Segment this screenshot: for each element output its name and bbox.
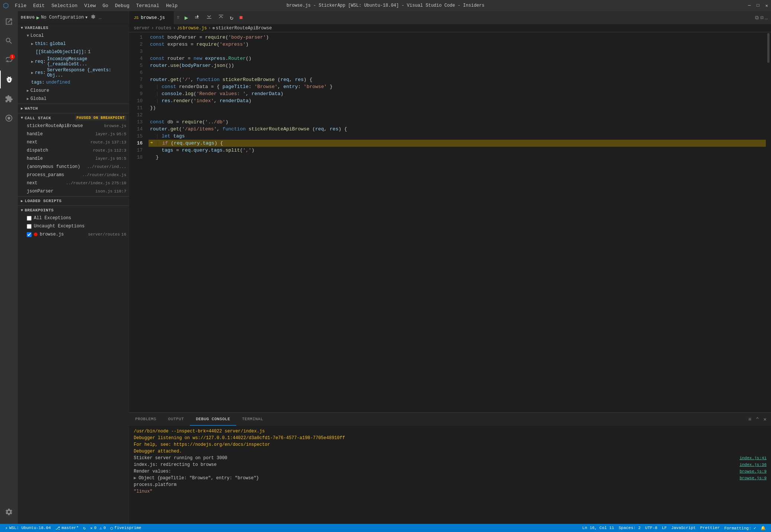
menu-selection[interactable]: Selection [48, 2, 80, 9]
menu-terminal[interactable]: Terminal [133, 2, 162, 9]
call-stack-item-6[interactable]: process_params ../router/index.js [18, 171, 129, 179]
status-language[interactable]: JavaScript [669, 526, 698, 530]
menu-edit[interactable]: Edit [30, 2, 48, 9]
call-stack-item-0[interactable]: stickerRouteApiBrowse browse.js [18, 122, 129, 130]
debug-continue-btn[interactable]: ▶ [182, 13, 191, 22]
menu-debug[interactable]: Debug [112, 2, 132, 9]
activity-debug[interactable] [0, 71, 18, 88]
call-stack-item-8[interactable]: jsonParser ison.js 110:7 [18, 187, 129, 195]
menu-view[interactable]: View [81, 2, 99, 9]
debug-stop-btn[interactable]: ■ [237, 14, 245, 22]
debug-gear-icon[interactable] [91, 14, 96, 21]
loaded-scripts-section: ▶ LOADED SCRIPTS [18, 197, 129, 205]
loaded-scripts-header[interactable]: ▶ LOADED SCRIPTS [18, 197, 129, 205]
menu-file[interactable]: File [12, 2, 29, 9]
maximize-button[interactable]: □ [757, 3, 759, 9]
activity-settings[interactable] [0, 503, 18, 521]
menu-go[interactable]: Go [100, 2, 111, 9]
activity-explorer[interactable] [0, 13, 18, 30]
minimize-button[interactable]: ─ [748, 3, 751, 9]
debug-drag-handle[interactable]: ⠿ [177, 16, 179, 20]
call-stack-item-2[interactable]: next route.js 137:13 [18, 138, 129, 146]
sidebar-scroll[interactable]: ▼ VARIABLES ▼ Local ▶ this : global [[St… [18, 24, 129, 524]
scroll-thumb[interactable] [767, 33, 770, 63]
tab-output[interactable]: OUTPUT [162, 413, 190, 426]
status-encoding[interactable]: UTF-8 [643, 526, 660, 530]
panel-list-btn[interactable]: ≡ [747, 416, 753, 423]
closure-label: Closure [30, 88, 49, 93]
bp-uncaught-checkbox[interactable] [27, 224, 32, 229]
debug-step-into-btn[interactable] [204, 13, 214, 22]
status-formatting[interactable]: Formatting: ✓ [722, 526, 758, 531]
bp-all-exceptions-checkbox[interactable] [27, 216, 32, 221]
close-button[interactable]: ✕ [765, 3, 768, 9]
more-actions-btn[interactable]: … [765, 15, 768, 21]
status-eol-label: LF [662, 526, 667, 530]
watch-header[interactable]: ▶ WATCH [18, 105, 129, 112]
console-source-5[interactable]: index.js:36 [739, 461, 767, 468]
breakpoints-header[interactable]: ▼ BREAKPOINTS [18, 207, 129, 214]
activity-git[interactable] [0, 109, 18, 127]
local-scope[interactable]: ▼ Local [18, 32, 129, 40]
debug-step-out-btn[interactable] [216, 13, 226, 22]
console-source-6[interactable]: browse.js:9 [739, 468, 767, 475]
activity-search[interactable] [0, 32, 18, 50]
tab-browse-js[interactable]: JS browse.js [129, 11, 174, 24]
call-stack-item-7[interactable]: next ../router/index.js 275:10 [18, 179, 129, 187]
call-stack-item-3[interactable]: dispatch route.js 112:3 [18, 146, 129, 155]
editor-scrollbar[interactable] [766, 32, 771, 412]
debug-config-selector[interactable]: No Configuration [41, 15, 84, 20]
breadcrumb-file[interactable]: browse.js [183, 26, 207, 31]
variables-header[interactable]: ▼ VARIABLES [18, 24, 129, 32]
var-tags[interactable]: tags : undefined [18, 78, 129, 87]
var-tags-name: tags [31, 80, 42, 85]
toggle-panel-btn[interactable]: ⊡ [760, 14, 763, 21]
console-source-4[interactable]: index.js:41 [739, 455, 767, 461]
breadcrumb-server[interactable]: server [134, 26, 150, 31]
loaded-scripts-label: LOADED SCRIPTS [25, 199, 62, 203]
status-wsl[interactable]: ⚡ WSL: Ubuntu-18.04 [3, 526, 53, 531]
var-res[interactable]: ▶ res : ServerResponse {_events: Obj... [18, 67, 129, 78]
activity-scm[interactable]: 1 [0, 51, 18, 69]
panel-collapse-btn[interactable]: ⌃ [754, 415, 760, 423]
status-ln[interactable]: Ln 16, Col 11 [580, 526, 617, 530]
tab-debug-console[interactable]: DEBUG CONSOLE [190, 413, 236, 426]
closure-scope[interactable]: ▶ Closure [18, 87, 129, 95]
console-line-7: ▶ Object {pageTitle: "Browse", entry: "b… [134, 475, 767, 481]
menu-help[interactable]: Help [163, 2, 180, 9]
call-stack-item-5[interactable]: (anonymous function) ../router/ind... [18, 163, 129, 171]
var-this[interactable]: ▶ this : global [18, 40, 129, 48]
call-stack-item-1[interactable]: handle layer.js 95:5 [18, 130, 129, 138]
debug-run-button[interactable]: ▶ [36, 14, 39, 21]
status-spaces[interactable]: Spaces: 2 [617, 526, 643, 530]
console-source-7[interactable]: browse.js:9 [739, 475, 767, 481]
status-sync[interactable]: ↻ [81, 526, 88, 531]
tab-problems[interactable]: PROBLEMS [129, 413, 162, 426]
code-content[interactable]: const bodyParser = require('body-parser'… [147, 32, 766, 412]
activity-extensions[interactable] [0, 90, 18, 108]
status-github[interactable]: ◯ fiveisprime [108, 526, 143, 531]
status-prettier[interactable]: Prettier [698, 526, 722, 530]
call-stack-item-4[interactable]: handle layer.js 95:5 [18, 155, 129, 163]
var-stable-id[interactable]: [[StableObjectId]] : 1 [18, 48, 129, 56]
bp-browse-checkbox[interactable] [27, 232, 32, 237]
call-stack-header[interactable]: ▼ CALL STACK PAUSED ON BREAKPOINT [18, 114, 129, 122]
breadcrumb-function[interactable]: stickerRouteApiBrowse [216, 26, 272, 31]
var-req[interactable]: ▶ req : IncomingMessage {_readableSt... [18, 56, 129, 67]
split-editor-btn[interactable]: ⧉ [755, 15, 759, 21]
cs-file-1: layer.js [95, 132, 115, 136]
status-errors[interactable]: ✕ 0 ⚠ 0 [88, 526, 108, 531]
tab-terminal[interactable]: TERMINAL [236, 413, 269, 426]
status-bell[interactable]: 🔔 [758, 526, 768, 531]
debug-restart-btn[interactable]: ↻ [228, 13, 236, 22]
status-branch-label: master* [62, 526, 79, 530]
status-branch[interactable]: ⎇ master* [53, 526, 81, 531]
debug-step-over-btn[interactable] [192, 13, 202, 22]
debug-ellipsis-button[interactable]: … [99, 15, 102, 20]
status-eol[interactable]: LF [660, 526, 669, 530]
console-line-0: /usr/bin/node --inspect-brk=44022 server… [134, 428, 767, 435]
breadcrumb-routes[interactable]: routes [155, 26, 171, 31]
status-formatting-label: Formatting: ✓ [724, 526, 756, 531]
global-scope[interactable]: ▶ Global [18, 95, 129, 103]
panel-close-btn[interactable]: ✕ [762, 415, 768, 423]
